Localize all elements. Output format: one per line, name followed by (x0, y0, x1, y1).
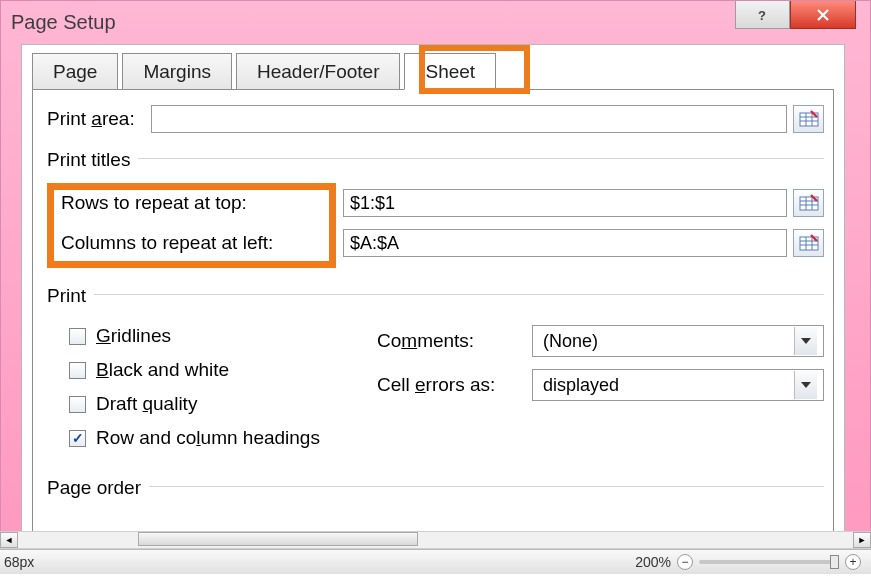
zoom-slider-thumb[interactable] (830, 555, 839, 569)
horizontal-scrollbar[interactable]: ◄ ► (0, 531, 871, 549)
divider (94, 294, 824, 295)
spreadsheet-select-icon (799, 194, 819, 212)
print-area-label: Print area: (47, 108, 135, 130)
zoom-in-button[interactable]: + (845, 554, 861, 570)
print-heading: Print (47, 285, 86, 307)
dialog-title: Page Setup (11, 11, 116, 34)
gridlines-label: Gridlines (96, 325, 171, 347)
close-button[interactable] (790, 1, 856, 29)
cell-errors-value: displayed (543, 375, 619, 396)
scroll-right-button[interactable]: ► (853, 532, 871, 548)
help-button[interactable]: ? (735, 1, 790, 29)
cell-errors-combobox[interactable]: displayed (532, 369, 824, 401)
black-white-checkbox[interactable] (69, 362, 86, 379)
spreadsheet-select-icon (799, 234, 819, 252)
comments-value: (None) (543, 331, 598, 352)
row-col-headings-label: Row and column headings (96, 427, 320, 449)
print-area-input[interactable] (151, 105, 787, 133)
page-order-heading: Page order (47, 477, 141, 499)
cols-repeat-input[interactable] (343, 229, 787, 257)
spreadsheet-select-icon (799, 110, 819, 128)
collapse-dialog-button[interactable] (793, 229, 824, 257)
comments-combobox[interactable]: (None) (532, 325, 824, 357)
collapse-dialog-button[interactable] (793, 105, 824, 133)
tab-page[interactable]: Page (32, 53, 118, 90)
zoom-out-button[interactable]: − (677, 554, 693, 570)
scrollbar-thumb[interactable] (138, 532, 418, 546)
tab-label: Header/Footer (257, 61, 380, 83)
chevron-down-icon (794, 327, 817, 355)
svg-text:?: ? (758, 8, 766, 22)
tab-label: Sheet (425, 61, 475, 83)
draft-quality-label: Draft quality (96, 393, 197, 415)
status-pixel-readout: 68px (0, 554, 34, 570)
cols-repeat-label: Columns to repeat at left: (47, 232, 343, 254)
tab-header-footer[interactable]: Header/Footer (236, 53, 401, 90)
zoom-level: 200% (635, 554, 671, 570)
zoom-slider[interactable] (699, 560, 839, 564)
draft-quality-checkbox[interactable] (69, 396, 86, 413)
black-white-label: Black and white (96, 359, 229, 381)
tab-label: Margins (143, 61, 211, 83)
scrollbar-track[interactable] (18, 532, 853, 548)
rows-repeat-label: Rows to repeat at top: (47, 192, 343, 214)
comments-label: Comments: (377, 330, 532, 352)
tab-margins[interactable]: Margins (122, 53, 232, 90)
divider (138, 158, 824, 159)
print-titles-heading: Print titles (47, 149, 130, 171)
cell-errors-label: Cell errors as: (377, 374, 532, 396)
gridlines-checkbox[interactable] (69, 328, 86, 345)
collapse-dialog-button[interactable] (793, 189, 824, 217)
divider (149, 486, 824, 487)
chevron-down-icon (794, 371, 817, 399)
tab-sheet[interactable]: Sheet (404, 53, 496, 90)
tab-label: Page (53, 61, 97, 83)
rows-repeat-input[interactable] (343, 189, 787, 217)
row-col-headings-checkbox[interactable] (69, 430, 86, 447)
scroll-left-button[interactable]: ◄ (0, 532, 18, 548)
